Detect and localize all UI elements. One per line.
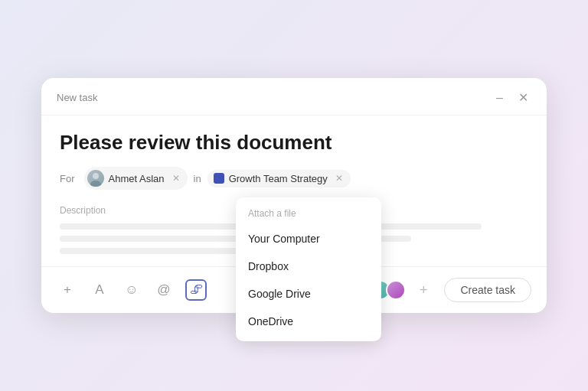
attach-file-dropdown: Attach a file Your Computer Dropbox Goog… <box>236 197 381 341</box>
close-button[interactable]: ✕ <box>515 90 531 106</box>
text-format-button[interactable]: A <box>89 279 110 301</box>
project-name: Growth Team Strategy <box>229 173 328 184</box>
dropdown-header: Attach a file <box>236 205 381 225</box>
in-label: in <box>194 173 201 184</box>
attach-google-drive[interactable]: Google Drive <box>236 280 381 308</box>
project-chip[interactable]: Growth Team Strategy ✕ <box>207 170 351 187</box>
assignee-name: Ahmet Aslan <box>109 173 165 184</box>
add-button[interactable]: + <box>57 279 78 301</box>
add-icon: + <box>64 282 71 298</box>
create-task-button[interactable]: Create task <box>444 278 531 302</box>
assignee-avatar <box>87 170 104 187</box>
attach-onedrive[interactable]: OneDrive <box>236 308 381 335</box>
add-member-icon: + <box>420 282 428 298</box>
description-section: Description Attach a file Your Computer … <box>60 205 528 254</box>
attachment-button[interactable]: 🖇 <box>185 279 207 301</box>
mention-icon: @ <box>157 282 170 298</box>
add-member-button[interactable]: + <box>420 282 428 298</box>
for-label: For <box>60 173 75 184</box>
attach-your-computer[interactable]: Your Computer <box>236 225 381 253</box>
minimize-button[interactable]: – <box>493 90 506 106</box>
attachment-icon: 🖇 <box>190 282 203 298</box>
remove-project-button[interactable]: ✕ <box>335 174 343 183</box>
modal-controls: – ✕ <box>493 90 531 106</box>
modal-body: Please review this document For Ahmet As… <box>41 116 547 254</box>
attach-dropbox[interactable]: Dropbox <box>236 253 381 280</box>
mention-button[interactable]: @ <box>153 279 175 301</box>
text-icon: A <box>95 282 103 298</box>
assignee-chip[interactable]: Ahmet Aslan ✕ <box>84 167 188 190</box>
new-task-modal: New task – ✕ Please review this document… <box>41 78 547 313</box>
modal-title: New task <box>57 92 97 103</box>
modal-header: New task – ✕ <box>41 78 547 116</box>
task-name[interactable]: Please review this document <box>60 131 528 155</box>
emoji-button[interactable]: ☺ <box>121 279 142 301</box>
member-avatar-3 <box>386 280 406 300</box>
task-meta: For Ahmet Aslan ✕ in Growth Team Strateg… <box>60 167 528 190</box>
remove-assignee-button[interactable]: ✕ <box>172 174 180 183</box>
emoji-icon: ☺ <box>125 282 138 298</box>
project-color-dot <box>214 173 224 184</box>
